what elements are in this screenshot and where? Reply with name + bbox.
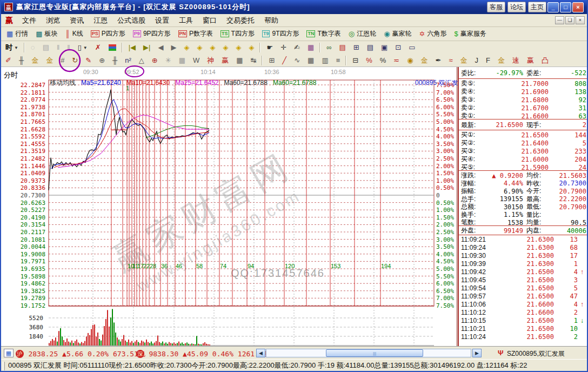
child-restore-button[interactable]: ❏: [565, 16, 574, 24]
knife-tool-button[interactable]: ✐: [2, 55, 15, 67]
candle-style-button[interactable]: ▯▼: [75, 42, 91, 54]
menu-item-9[interactable]: 帮助: [259, 14, 283, 27]
menu-item-4[interactable]: 公式选股: [112, 14, 150, 27]
percent-line-tool-button[interactable]: %: [363, 55, 376, 67]
percent-tool-button[interactable]: %: [377, 55, 390, 67]
network-button[interactable]: ⊡: [392, 42, 404, 54]
search-button[interactable]: ∞: [323, 42, 335, 54]
tu-line-tool-button[interactable]: 凸: [538, 55, 552, 67]
gann-wheel-button[interactable]: ◎江恩轮: [345, 28, 379, 40]
kline-button[interactable]: ║K线: [62, 28, 86, 40]
scrollbar-thumb[interactable]: |||: [326, 349, 423, 357]
j-line-tool-button[interactable]: J: [472, 55, 482, 67]
grid-gray-tool-button[interactable]: ▦: [176, 55, 189, 67]
grid-view-button[interactable]: ▦: [4, 349, 14, 357]
bars3-icon[interactable]: ‖: [54, 42, 63, 54]
chart-box-tool-button[interactable]: ⊟: [349, 55, 362, 67]
grid-style-button[interactable]: ▦: [304, 42, 317, 54]
star-tool-button[interactable]: ✳: [162, 55, 175, 67]
p-square-button[interactable]: PSP四方形: [88, 28, 129, 40]
pointer-query-button[interactable]: ✍: [291, 42, 303, 54]
wave-mark-tool-button[interactable]: W: [190, 55, 203, 67]
menu-item-1[interactable]: 浏览: [41, 14, 65, 27]
angle-tool-button[interactable]: △: [136, 55, 148, 67]
n-square-tool-button[interactable]: n²: [122, 55, 135, 67]
period-select-button[interactable]: 时▼: [2, 42, 22, 54]
bars-icon[interactable]: ‖: [64, 42, 73, 54]
scroll-right-button[interactable]: ▶: [472, 349, 482, 357]
menu-item-7[interactable]: 窗口: [198, 14, 222, 27]
next-page-button[interactable]: ▶: [168, 42, 179, 54]
grid2-tool-button[interactable]: ▦: [304, 55, 317, 67]
wave-tool-button[interactable]: ∿: [291, 55, 303, 67]
f-line-tool-button[interactable]: F: [483, 55, 493, 67]
gold-tool-button[interactable]: 金: [457, 55, 471, 67]
winner-wheel-button[interactable]: ◉赢家轮: [380, 28, 415, 40]
customer-service-button[interactable]: 客服: [487, 2, 505, 12]
rays-tool-button[interactable]: ╱: [279, 55, 290, 67]
notes-button[interactable]: ▤: [364, 42, 377, 54]
forum-button[interactable]: 论坛: [507, 2, 526, 12]
menu-item-6[interactable]: 工具: [174, 14, 198, 27]
menu-item-5[interactable]: 设置: [150, 14, 174, 27]
menu-item-8[interactable]: 交易委托: [222, 14, 259, 27]
lines-tool-button[interactable]: ≡: [333, 55, 344, 67]
gold-line-tool-button[interactable]: 金: [495, 55, 508, 67]
compass-tool-button[interactable]: ⊕: [149, 55, 161, 67]
diamond-tool-4[interactable]: ◈: [219, 42, 231, 54]
prev-page-button[interactable]: ◀: [155, 42, 166, 54]
diamond-tool-5[interactable]: ◈: [232, 42, 244, 54]
grid123-tool-button[interactable]: ▦: [233, 55, 246, 67]
span-arrow-tool-button[interactable]: ↹: [248, 55, 260, 67]
p9-square-button[interactable]: P99P四方形: [130, 28, 174, 40]
print-button[interactable]: ▭: [405, 42, 418, 54]
last-page-button[interactable]: ▶|: [140, 42, 153, 54]
lasso-icon[interactable]: ◌: [28, 42, 38, 54]
t9-square-button[interactable]: T99T四方形: [259, 28, 303, 40]
grid-tool-button[interactable]: ╫: [16, 55, 27, 67]
gold-circle-tool-button[interactable]: ◉: [404, 55, 416, 67]
calculator-button[interactable]: ⊞: [350, 42, 363, 54]
first-page-button[interactable]: |◀: [125, 42, 139, 54]
maximize-button[interactable]: □: [560, 2, 571, 12]
ying-line-tool-button[interactable]: 赢: [524, 55, 537, 67]
circle-cross-tool-button[interactable]: ⊕: [96, 55, 108, 67]
square-grid-tool-button[interactable]: #: [57, 55, 68, 67]
sectors-button[interactable]: ▩板块: [32, 28, 61, 40]
color-chart-button[interactable]: [105, 42, 119, 54]
calendar-button[interactable]: ▤: [336, 42, 349, 54]
hand-tool-button[interactable]: ☛: [263, 42, 276, 54]
diamond-tool-6[interactable]: ◈: [245, 42, 257, 54]
child-close-button[interactable]: ×: [576, 16, 585, 24]
shen-tool-button[interactable]: 神: [204, 55, 217, 67]
close-button[interactable]: ×: [572, 2, 584, 12]
gold-grid2-tool-button[interactable]: 金: [43, 55, 56, 67]
scroll-left-button[interactable]: ◀: [256, 349, 265, 357]
hexagon-button[interactable]: ✡六角形: [416, 28, 450, 40]
chart-mode-tab[interactable]: 分时: [4, 70, 18, 80]
wave-red-tool-button[interactable]: ≈: [445, 55, 456, 67]
grid3-tool-button[interactable]: ▥: [318, 55, 331, 67]
chart-canvas[interactable]: 赢家财富网www.yingjia360.comQQ:17314576461011…: [1, 67, 457, 346]
pen-tool-button[interactable]: ✒: [432, 55, 445, 67]
percent-levels-tool-button[interactable]: ≂: [390, 55, 403, 67]
p-number-table-button[interactable]: PNP数字表: [175, 28, 217, 40]
market-quotes-button[interactable]: ▦行情: [3, 28, 31, 40]
pencil-tool-button[interactable]: ✎: [82, 55, 95, 67]
homepage-button[interactable]: 主页: [528, 2, 546, 12]
gold-levels-tool-button[interactable]: 金: [418, 55, 431, 67]
tick-list[interactable]: 11:09:2121.63001311:09:2421.63006811:09:…: [459, 235, 588, 341]
t-square-button[interactable]: TST四方形: [217, 28, 258, 40]
minimize-button[interactable]: _: [547, 2, 559, 12]
menu-item-3[interactable]: 江恩: [89, 14, 112, 27]
diamond-tool-3[interactable]: ◈: [206, 42, 218, 54]
ying-tool-button[interactable]: 赢: [218, 55, 232, 67]
marker-button[interactable]: ✗: [92, 42, 104, 54]
diamond-tool-2[interactable]: ◈: [193, 42, 205, 54]
gann-spiral-tool-button[interactable]: ↻: [69, 55, 81, 67]
menu-item-2[interactable]: 资讯: [65, 14, 89, 27]
t-number-table-button[interactable]: TNT数字表: [303, 28, 344, 40]
menu-item-0[interactable]: 文件: [17, 14, 41, 27]
winner-service-button[interactable]: $赢家服务: [451, 28, 489, 40]
scrollbar-track[interactable]: |||: [266, 349, 471, 357]
